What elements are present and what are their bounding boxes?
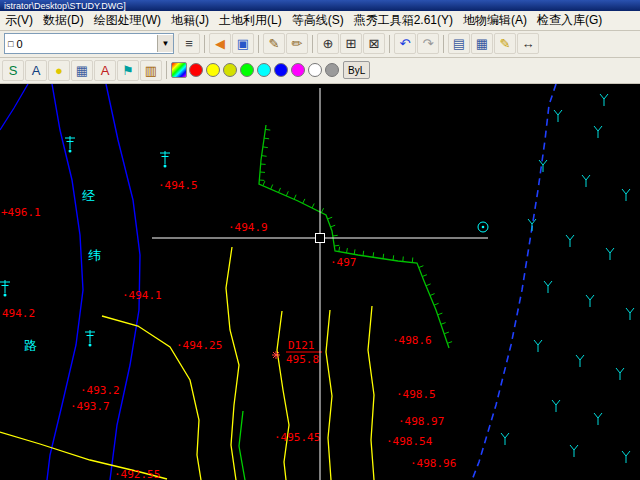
streetlamp-symbol[interactable] bbox=[0, 280, 10, 297]
vegetation-symbol[interactable] bbox=[544, 281, 552, 293]
road-edge-west[interactable] bbox=[47, 84, 83, 480]
color-palette-icon[interactable] bbox=[171, 62, 187, 78]
cells-tool-icon[interactable]: ▦ bbox=[71, 60, 93, 81]
vegetation-symbol[interactable] bbox=[554, 110, 562, 122]
linetype-icon[interactable]: ≡ bbox=[178, 33, 200, 54]
color-swatch-1[interactable] bbox=[189, 63, 203, 77]
elevation-label[interactable]: ·494.25 bbox=[176, 339, 222, 352]
point-circle-symbol[interactable] bbox=[478, 222, 488, 232]
vegetation-symbol[interactable] bbox=[528, 219, 536, 231]
vegetation-symbol[interactable] bbox=[576, 355, 584, 367]
vegetation-symbol[interactable] bbox=[600, 94, 608, 106]
vegetation-symbol[interactable] bbox=[622, 451, 630, 463]
color-swatch-4[interactable] bbox=[240, 63, 254, 77]
color-swatch-7[interactable] bbox=[291, 63, 305, 77]
menu-item-6[interactable]: 等高线(S) bbox=[287, 11, 349, 30]
elevation-label[interactable]: ·494.5 bbox=[158, 179, 198, 192]
elevation-label[interactable]: ·493.2 bbox=[80, 384, 120, 397]
undo-icon[interactable]: ↶ bbox=[394, 33, 416, 54]
streetlamp-symbol[interactable] bbox=[160, 151, 170, 168]
annotate-tool-icon[interactable]: A bbox=[25, 60, 47, 81]
elevation-label[interactable]: ·498.97 bbox=[398, 415, 444, 428]
vegetation-symbol[interactable] bbox=[626, 308, 634, 320]
road-name-label[interactable]: 经 bbox=[82, 188, 95, 203]
color-swatch-5[interactable] bbox=[257, 63, 271, 77]
menu-item-8[interactable]: 地物编辑(A) bbox=[458, 11, 532, 30]
vegetation-symbol[interactable] bbox=[566, 235, 574, 247]
menu-item-1[interactable]: 示(V) bbox=[0, 11, 38, 30]
corner-curve[interactable] bbox=[0, 84, 28, 130]
vegetation-symbol[interactable] bbox=[622, 189, 630, 201]
color-swatch-9[interactable] bbox=[325, 63, 339, 77]
road-name-label[interactable]: 纬 bbox=[88, 248, 101, 263]
elevation-label[interactable]: ·498.5 bbox=[396, 388, 436, 401]
vegetation-symbol[interactable] bbox=[616, 368, 624, 380]
dropdown-arrow-icon[interactable]: ▼ bbox=[157, 35, 173, 52]
draw-icon[interactable]: ✎ bbox=[494, 33, 516, 54]
color-swatch-3[interactable] bbox=[223, 63, 237, 77]
parcel-boundary-dashed[interactable] bbox=[472, 84, 556, 480]
drawing-canvas[interactable]: +496.1·494.5·494.9·494.1494.2·494.25·493… bbox=[0, 84, 640, 480]
toolbar-separator bbox=[443, 35, 444, 53]
menu-item-3[interactable]: 绘图处理(W) bbox=[89, 11, 166, 30]
contour-yellow-4[interactable] bbox=[326, 310, 332, 480]
menu-item-9[interactable]: 检查入库(G) bbox=[532, 11, 607, 30]
road-edge-east[interactable] bbox=[106, 84, 140, 480]
color-swatch-8[interactable] bbox=[308, 63, 322, 77]
zoom-window-icon[interactable]: ⊞ bbox=[340, 33, 362, 54]
stats-tool-icon[interactable]: ▥ bbox=[140, 60, 162, 81]
elevation-label[interactable]: ·497 bbox=[330, 256, 357, 269]
color-swatch-6[interactable] bbox=[274, 63, 288, 77]
contour-yellow-3[interactable] bbox=[277, 311, 289, 480]
contour-yellow-2[interactable] bbox=[226, 247, 239, 480]
circle-tool-icon[interactable]: ● bbox=[48, 60, 70, 81]
save-icon[interactable]: ▣ bbox=[232, 33, 254, 54]
control-point[interactable]: D121495.8 bbox=[272, 339, 322, 366]
menu-item-2[interactable]: 数据(D) bbox=[38, 11, 89, 30]
road-name-label[interactable]: 路 bbox=[24, 338, 37, 353]
elevation-label[interactable]: ·493.7 bbox=[70, 400, 110, 413]
slope-line[interactable] bbox=[259, 125, 449, 348]
pan-icon[interactable]: ↔ bbox=[517, 33, 539, 54]
flag-tool-icon[interactable]: ⚑ bbox=[117, 60, 139, 81]
contour-green-2[interactable] bbox=[239, 411, 245, 480]
elevation-label[interactable]: ·498.96 bbox=[410, 457, 456, 470]
streetlamp-symbol[interactable] bbox=[65, 136, 75, 153]
horn-icon[interactable]: ◀ bbox=[209, 33, 231, 54]
elevation-label[interactable]: ·498.54 bbox=[386, 435, 433, 448]
zoom-in-icon[interactable]: ⊕ bbox=[317, 33, 339, 54]
vegetation-symbol[interactable] bbox=[570, 445, 578, 457]
vegetation-symbol[interactable] bbox=[606, 248, 614, 260]
vegetation-symbol[interactable] bbox=[534, 340, 542, 352]
table-icon[interactable]: ▤ bbox=[448, 33, 470, 54]
menu-item-7[interactable]: 燕秀工具箱2.61(Y) bbox=[349, 11, 458, 30]
elevation-label[interactable]: ·494.1 bbox=[122, 289, 162, 302]
zoom-extents-icon[interactable]: ⊠ bbox=[363, 33, 385, 54]
pencil-icon[interactable]: ✎ bbox=[263, 33, 285, 54]
color-swatch-2[interactable] bbox=[206, 63, 220, 77]
layer-dropdown[interactable]: □ 0 ▼ bbox=[4, 33, 174, 54]
text-color-tool-icon[interactable]: A bbox=[94, 60, 116, 81]
elevation-label[interactable]: +496.1 bbox=[1, 206, 41, 219]
s-tool-icon[interactable]: S bbox=[2, 60, 24, 81]
vegetation-symbol[interactable] bbox=[594, 413, 602, 425]
elevation-label[interactable]: ·492.55 bbox=[114, 468, 160, 480]
elevation-label[interactable]: ·495.45 bbox=[274, 431, 320, 444]
vegetation-symbol[interactable] bbox=[552, 400, 560, 412]
contour-yellow-5[interactable] bbox=[368, 306, 374, 480]
menu-item-5[interactable]: 土地利用(L) bbox=[214, 11, 287, 30]
pencil-edit-icon[interactable]: ✏ bbox=[286, 33, 308, 54]
menu-item-4[interactable]: 地籍(J) bbox=[166, 11, 214, 30]
vegetation-symbol[interactable] bbox=[582, 175, 590, 187]
crosshair-pickbox bbox=[316, 234, 325, 243]
vegetation-symbol[interactable] bbox=[586, 295, 594, 307]
bylayer-button[interactable]: ByL bbox=[343, 61, 370, 79]
elevation-label[interactable]: 494.2 bbox=[2, 307, 35, 320]
redo-icon[interactable]: ↷ bbox=[417, 33, 439, 54]
elevation-label[interactable]: ·498.6 bbox=[392, 334, 432, 347]
vegetation-symbol[interactable] bbox=[501, 433, 509, 445]
vegetation-symbol[interactable] bbox=[594, 126, 602, 138]
streetlamp-symbol[interactable] bbox=[85, 330, 95, 347]
elevation-label[interactable]: ·494.9 bbox=[228, 221, 268, 234]
grid-icon[interactable]: ▦ bbox=[471, 33, 493, 54]
